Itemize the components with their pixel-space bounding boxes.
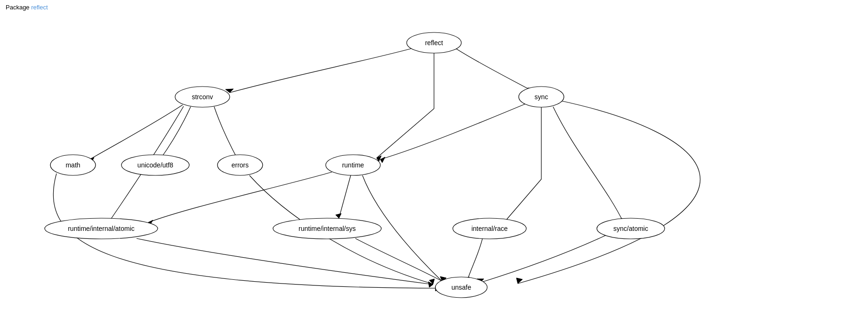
node-runtime-internal-sys: runtime/internal/sys [273,218,381,239]
edge-reflect-strconv [225,48,412,93]
svg-marker-12 [336,213,341,218]
edge-reflect-runtime [377,53,434,161]
node-errors: errors [217,155,263,175]
edge-strconv-unicode_utf8 [157,107,191,159]
edge-sync-unsafe [516,101,700,284]
edge-runtime_internal_atomic-unsafe [137,238,433,287]
header-prefix: Package [6,4,31,11]
edge-sync-internal_race [500,107,541,223]
edge-runtime_internal_sys-unsafe [355,238,445,285]
node-sync-atomic: sync/atomic [597,218,665,239]
node-strconv: strconv [175,87,230,107]
edge-strconv-math [89,105,183,163]
edge-sync-runtime [380,104,525,163]
svg-text:sync: sync [535,93,548,101]
svg-marker-7 [380,157,385,163]
node-unicode-utf8: unicode/utf8 [121,155,189,175]
node-runtime: runtime [326,155,380,175]
edge-sync-sync_atomic [553,107,627,223]
package-link[interactable]: reflect [31,4,48,11]
edge-reflect-sync [456,48,536,91]
svg-text:errors: errors [232,161,249,169]
node-internal-race: internal/race [453,218,526,239]
svg-text:strconv: strconv [192,93,213,101]
svg-text:runtime/internal/sys: runtime/internal/sys [298,225,355,232]
svg-text:sync/atomic: sync/atomic [613,225,648,232]
edge-runtime-runtime_internal_sys [336,175,351,218]
edge-runtime-runtime_internal_atomic [148,172,332,226]
svg-text:unsafe: unsafe [451,284,471,291]
node-math: math [50,155,96,175]
node-unsafe: unsafe [435,277,487,298]
edge-sync_atomic-unsafe [477,235,607,283]
node-reflect: reflect [407,32,461,53]
svg-text:math: math [65,161,80,169]
svg-text:unicode/utf8: unicode/utf8 [137,161,173,169]
node-sync: sync [519,87,564,107]
dependency-graph: reflect strconv sync math unicode/utf8 e… [0,15,868,332]
svg-text:internal/race: internal/race [471,225,507,232]
svg-text:reflect: reflect [425,39,443,47]
svg-text:runtime: runtime [342,161,364,169]
edge-internal_race-unsafe [464,238,482,282]
page-header: Package reflect [0,0,868,15]
edge-strconv-errors [214,107,241,159]
node-runtime-internal-atomic: runtime/internal/atomic [45,218,158,239]
svg-text:runtime/internal/atomic: runtime/internal/atomic [68,225,135,232]
